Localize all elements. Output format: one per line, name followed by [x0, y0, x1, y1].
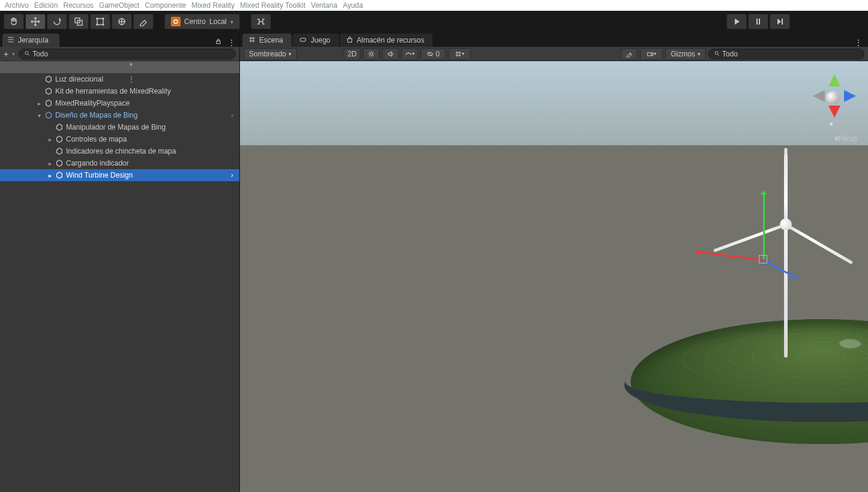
tab-asset-store[interactable]: Almacén de recursos [340, 34, 433, 47]
prefab-icon [55, 171, 64, 179]
projection-toggle[interactable]: ≡Persp [834, 134, 857, 143]
tab-escena[interactable]: Escena [242, 34, 292, 47]
hierarchy-row[interactable]: Luz direccional [0, 73, 239, 85]
scene-viewport[interactable]: x ≡Persp [240, 61, 868, 492]
create-button[interactable]: + [4, 49, 8, 59]
shading-mode-dropdown[interactable]: Sombreado▾ [244, 48, 297, 60]
space-label: Local [209, 17, 227, 26]
hierarchy-row[interactable]: ▸MixedRealityPlayspace [0, 97, 239, 109]
hierarchy-row[interactable]: ▸Cargando indicador [0, 157, 239, 169]
gizmo-y-axis[interactable] [763, 193, 765, 259]
transform-tool-button[interactable] [112, 14, 132, 29]
search-icon [24, 50, 30, 58]
menu-edicion[interactable]: Edición [32, 1, 60, 10]
hierarchy-search-input[interactable]: Todo [19, 49, 236, 59]
scene-panel: Escena Juego Almacén de recursos ⋮ Sombr… [240, 32, 868, 492]
menu-ventana[interactable]: Ventana [308, 1, 340, 10]
rotate-tool-button[interactable] [47, 14, 67, 29]
hierarchy-row[interactable]: ▾Diseño de Mapas de Bing› [0, 109, 239, 121]
menu-gameobject[interactable]: GameObject [97, 1, 142, 10]
menu-mixed-reality-toolkit[interactable]: Mixed Reality Toolkit [238, 1, 308, 10]
chevron-right-icon[interactable]: › [229, 171, 236, 179]
svg-rect-2 [97, 19, 103, 25]
viewport-sky [240, 61, 868, 145]
scene-root-row[interactable]: ▾ MainScene* ⋮ [0, 61, 239, 73]
2d-toggle-button[interactable]: 2D [344, 48, 361, 60]
menu-componente[interactable]: Componente [142, 1, 188, 10]
tab-juego[interactable]: Juego [293, 34, 339, 47]
orient-neg-cone[interactable] [813, 90, 825, 102]
gameobject-icon [55, 159, 64, 167]
orient-center[interactable] [826, 91, 839, 104]
panel-menu-icon[interactable]: ⋮ [228, 38, 235, 47]
snap-toggle-button[interactable] [251, 14, 271, 29]
chevron-right-icon[interactable]: › [229, 111, 236, 119]
gameobject-icon [44, 75, 53, 83]
expand-arrow-icon[interactable]: ▾ [36, 112, 42, 119]
gameobject-icon [44, 87, 53, 95]
hierarchy-row[interactable]: Manipulador de Mapas de Bing [0, 121, 239, 133]
main-toolbar: Centro Local ▾ [0, 11, 868, 32]
move-tool-button[interactable] [25, 14, 46, 29]
lighting-toggle-button[interactable] [363, 48, 380, 60]
hierarchy-icon [7, 36, 14, 45]
gameobject-icon [55, 147, 64, 155]
orient-y-cone[interactable] [828, 74, 840, 86]
menu-archivo[interactable]: Archivo [2, 1, 31, 10]
fx-toggle-button[interactable]: ▾ [401, 48, 418, 60]
gizmo-z-axis[interactable] [762, 259, 795, 278]
hierarchy-row[interactable]: Kit de herramientas de MixedReality [0, 85, 239, 97]
menu-ayuda[interactable]: Ayuda [340, 1, 365, 10]
hierarchy-tree[interactable]: ▾ MainScene* ⋮ Luz direccional Kit de he… [0, 61, 239, 492]
step-button[interactable] [770, 14, 790, 29]
prefab-icon [44, 111, 53, 119]
hidden-objects-button[interactable]: 0 [421, 48, 446, 60]
chevron-down-icon: ▾ [412, 51, 415, 56]
grid-snap-button[interactable]: ▾ [448, 48, 471, 60]
pause-button[interactable] [748, 14, 768, 29]
orient-z-cone[interactable] [844, 90, 856, 102]
pivot-icon [171, 17, 181, 26]
scene-search-input[interactable]: Todo [708, 49, 864, 59]
gameobject-icon [55, 135, 64, 143]
play-button[interactable] [726, 14, 747, 29]
svg-point-12 [370, 52, 373, 55]
pivot-mode-toggle[interactable]: Centro Local ▾ [164, 14, 240, 29]
expand-arrow-icon[interactable]: ▸ [47, 172, 53, 179]
svg-point-5 [97, 24, 98, 25]
lock-icon[interactable] [856, 70, 862, 78]
svg-rect-11 [301, 38, 306, 41]
move-gizmo[interactable] [739, 187, 847, 283]
expand-arrow-icon[interactable]: ▸ [36, 100, 42, 107]
orient-x-cone[interactable] [828, 106, 840, 118]
hierarchy-tab[interactable]: Jerarquía [2, 34, 59, 47]
menu-recursos[interactable]: Recursos [61, 1, 96, 10]
panel-menu-icon[interactable]: ⋮ [855, 38, 862, 47]
scene-tools-button[interactable] [621, 48, 638, 60]
expand-arrow-icon[interactable]: ▸ [47, 136, 53, 143]
hierarchy-row[interactable]: Indicadores de chincheta de mapa [0, 145, 239, 157]
chevron-down-icon: ▾ [698, 51, 701, 57]
hierarchy-row-selected[interactable]: ▸Wind Turbine Design› [0, 169, 239, 181]
hand-tool-button[interactable] [4, 14, 24, 29]
menu-bar: Archivo Edición Recursos GameObject Comp… [0, 0, 868, 11]
svg-point-14 [715, 51, 718, 54]
rect-tool-button[interactable] [90, 14, 110, 29]
expand-arrow-icon[interactable]: ▸ [47, 160, 53, 167]
scale-tool-button[interactable] [68, 14, 89, 29]
svg-point-6 [103, 24, 104, 25]
svg-point-10 [25, 51, 28, 54]
menu-mixed-reality[interactable]: Mixed Reality [189, 1, 237, 10]
bag-icon [346, 36, 353, 45]
custom-tool-button[interactable] [133, 14, 154, 29]
panel-lock-icon[interactable] [215, 38, 222, 47]
audio-toggle-button[interactable] [382, 48, 399, 60]
scene-camera-button[interactable]: ▾ [640, 48, 663, 60]
gizmo-center[interactable] [759, 255, 767, 263]
hierarchy-row[interactable]: ▸Controles de mapa [0, 133, 239, 145]
gizmos-dropdown[interactable]: Gizmos▾ [665, 48, 706, 60]
expand-arrow-icon[interactable]: ▾ [128, 61, 134, 68]
search-value: Todo [32, 50, 48, 58]
svg-point-8 [174, 20, 178, 23]
orientation-gizmo[interactable]: x ≡Persp [806, 70, 860, 136]
